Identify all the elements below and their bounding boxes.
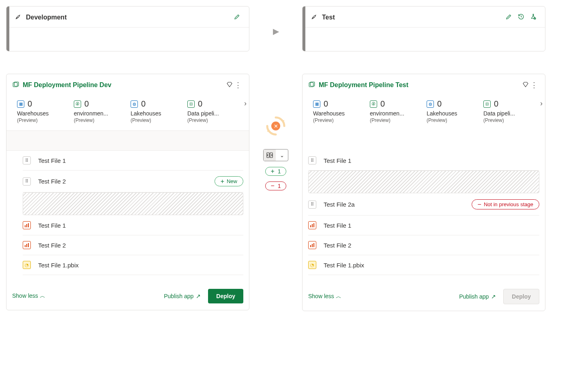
added-count-badge: +1 (265, 167, 286, 176)
workspace-icon (12, 81, 19, 90)
dataset-icon: ⠿ (23, 177, 31, 186)
svg-rect-3 (26, 224, 27, 227)
dataset-icon: ⠿ (308, 201, 316, 209)
chevron-right-icon[interactable]: › (540, 99, 543, 108)
stage-forward-arrow-icon[interactable]: ▶ (273, 26, 279, 36)
svg-rect-15 (313, 223, 314, 227)
sync-error-icon: ✕ (271, 122, 280, 130)
publish-app-link[interactable]: Publish app ↗ (459, 293, 496, 300)
workspace-card-test: MF Deployment Pipeline Test ⋮ ▦0 Warehou… (302, 74, 545, 311)
sync-status-icon: ✕ (265, 115, 287, 137)
report-icon (308, 241, 316, 249)
compare-side-by-side-icon[interactable] (264, 149, 276, 161)
list-item[interactable]: Test File 1 (23, 216, 243, 235)
more-options-icon[interactable]: ⋮ (529, 81, 539, 90)
external-link-icon: ↗ (196, 293, 201, 299)
stat-lakehouses[interactable]: ◍0 Lakehouses (Preview) (422, 99, 479, 123)
svg-rect-5 (25, 245, 26, 247)
new-badge: +New (215, 176, 243, 186)
not-in-previous-badge: −Not in previous stage (472, 199, 539, 209)
workspace-icon (308, 81, 315, 90)
list-item[interactable]: Test File 1 (308, 216, 539, 235)
history-icon[interactable] (516, 11, 526, 23)
list-item[interactable]: Test File 2 (308, 235, 539, 255)
svg-rect-16 (310, 245, 311, 247)
artifact-stats-row: ▦0 Warehouses (Preview) ⦿0 environmen...… (303, 92, 545, 130)
workspace-title[interactable]: MF Deployment Pipeline Test (319, 81, 520, 89)
removed-count-badge: −1 (265, 181, 286, 190)
show-less-toggle[interactable]: Show less ︿ (308, 293, 341, 300)
svg-rect-13 (310, 225, 311, 227)
svg-rect-18 (313, 243, 314, 247)
deploy-button: Deploy (503, 289, 539, 304)
premium-diamond-icon (522, 81, 529, 89)
svg-rect-4 (28, 223, 29, 227)
edit-icon[interactable] (232, 11, 242, 23)
workspace-card-dev: MF Deployment Pipeline Dev ⋮ ▦0 Warehous… (6, 74, 249, 310)
report-icon (23, 221, 31, 229)
empty-slot (308, 171, 539, 193)
rocket-icon (15, 13, 22, 21)
stage-header-development: Development (6, 6, 249, 51)
chevron-up-icon: ︿ (336, 293, 341, 299)
edit-icon[interactable] (504, 11, 514, 23)
chevron-up-icon: ︿ (40, 292, 45, 299)
dashboard-icon: ◔ (23, 261, 31, 269)
svg-rect-14 (312, 224, 313, 227)
empty-slot (23, 192, 243, 215)
rocket-icon (311, 13, 318, 21)
list-item[interactable]: ◔ Test File 1.pbix (308, 255, 539, 275)
list-item[interactable]: ⠿ Test File 1 (308, 151, 539, 171)
dataset-icon: ⠿ (23, 156, 31, 164)
stat-warehouses[interactable]: ▦0 Warehouses (Preview) (308, 99, 365, 123)
stage-title: Test (322, 14, 502, 21)
rules-icon[interactable] (528, 11, 539, 23)
more-options-icon[interactable]: ⋮ (233, 81, 243, 90)
premium-diamond-icon (226, 81, 233, 89)
list-item[interactable]: Test File 2 (23, 235, 243, 255)
external-link-icon: ↗ (491, 293, 496, 300)
stat-warehouses[interactable]: ▦0 Warehouses (Preview) (12, 99, 69, 123)
dataset-icon: ⠿ (308, 156, 316, 164)
list-item[interactable]: ⠿ Test File 2 +New (23, 171, 243, 192)
svg-rect-17 (312, 244, 313, 247)
list-item[interactable]: ⠿ Test File 2a −Not in previous stage (308, 194, 539, 216)
workspace-title[interactable]: MF Deployment Pipeline Dev (23, 81, 224, 89)
svg-rect-6 (26, 244, 27, 247)
stat-lakehouses[interactable]: ◍0 Lakehouses (Preview) (126, 99, 182, 123)
report-icon (308, 221, 316, 229)
stage-header-test: Test (302, 6, 545, 51)
stage-accent-bar (6, 6, 9, 51)
deploy-button[interactable]: Deploy (208, 289, 243, 303)
stat-data-pipelines[interactable]: ⊟0 Data pipeli... (Preview) (182, 99, 239, 123)
dashboard-icon: ◔ (308, 261, 316, 269)
publish-app-link[interactable]: Publish app ↗ (164, 293, 201, 299)
stage-title: Development (26, 14, 230, 21)
stat-environments[interactable]: ⦿0 environmen... (Preview) (69, 99, 126, 123)
chevron-right-icon[interactable]: › (244, 99, 247, 108)
svg-rect-2 (25, 225, 26, 227)
report-icon (23, 241, 31, 249)
group-divider (303, 130, 545, 151)
list-item[interactable]: ◔ Test File 1.pbix (23, 255, 243, 275)
artifact-stats-row: ▦0 Warehouses (Preview) ⦿0 environmen...… (6, 92, 249, 130)
list-item[interactable]: ⠿ Test File 1 (23, 151, 243, 171)
stat-environments[interactable]: ⦿0 environmen... (Preview) (365, 99, 422, 123)
group-divider (6, 130, 249, 151)
svg-rect-7 (28, 243, 29, 247)
stage-accent-bar (303, 6, 305, 51)
compare-view-toggle[interactable]: ⌄ (263, 149, 288, 161)
chevron-down-icon[interactable]: ⌄ (276, 149, 288, 161)
show-less-toggle[interactable]: Show less ︿ (12, 292, 45, 300)
stat-data-pipelines[interactable]: ⊟0 Data pipeli... (Preview) (479, 99, 535, 123)
